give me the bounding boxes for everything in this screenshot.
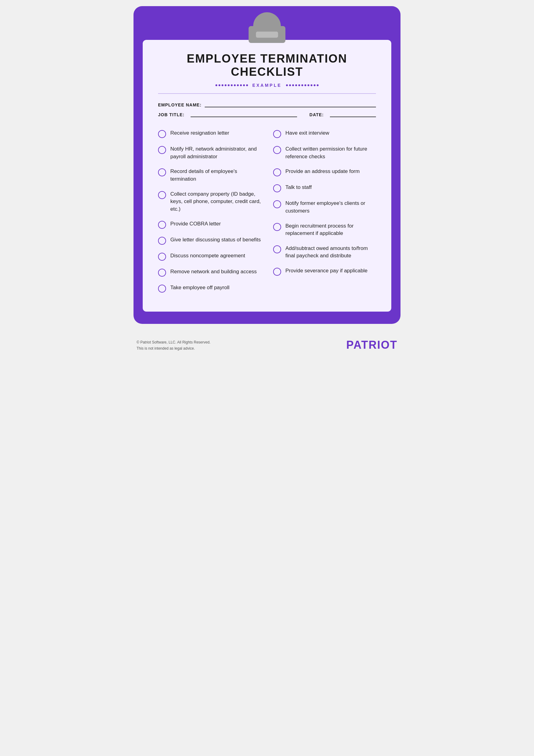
paper: Employee Termination Checklist EXAMPLE [143,40,391,311]
list-item: Take employee off payroll [158,280,261,296]
list-item: Provide severance pay if applicable [273,263,376,280]
list-item: Provide COBRA letter [158,217,261,232]
date-line [330,117,376,117]
clipboard-clip [143,12,391,43]
divider [158,93,376,94]
item-text: Receive resignation letter [170,129,229,137]
checkbox-circle[interactable] [158,237,166,245]
list-item: Begin recruitment process for replacemen… [273,219,376,241]
item-text: Discuss noncompete agreement [170,252,245,260]
list-item: Collect company property (ID badge, keys… [158,187,261,217]
example-row: EXAMPLE [158,83,376,88]
checkbox-circle[interactable] [158,253,166,261]
checkbox-circle[interactable] [273,223,281,231]
list-item: Notify former employee's clients or cust… [273,196,376,218]
checkbox-circle[interactable] [158,146,166,154]
list-item: Collect written permission for future re… [273,142,376,164]
checkbox-circle[interactable] [273,168,281,176]
checkbox-circle[interactable] [273,200,281,208]
footer: © Patriot Software, LLC. All Rights Rese… [133,333,401,353]
list-item: Have exit interview [273,126,376,142]
dots-right [286,84,319,86]
item-text: Begin recruitment process for replacemen… [285,222,376,237]
date-group: Date: [309,112,376,117]
item-text: Have exit interview [285,129,329,137]
form-fields: Employee Name: Job Title: Date: [158,102,376,117]
checkbox-circle[interactable] [273,146,281,154]
checkbox-circle[interactable] [158,191,166,199]
footer-line1: © Patriot Software, LLC. All Rights Rese… [137,339,211,345]
footer-left: © Patriot Software, LLC. All Rights Rese… [137,339,211,352]
item-text: Add/subtract owed amounts to/from final … [285,245,376,260]
checkbox-circle[interactable] [273,245,281,253]
item-text: Take employee off payroll [170,284,229,292]
clipboard: Employee Termination Checklist EXAMPLE [133,6,401,324]
checkbox-circle[interactable] [158,284,166,293]
checklist-grid: Receive resignation letter Notify HR, ne… [158,126,376,296]
item-text: Provide an address update form [285,168,360,176]
item-text: Collect company property (ID badge, keys… [170,190,261,213]
list-item: Notify HR, network administrator, and pa… [158,142,261,164]
item-text: Give letter discussing status of benefit… [170,236,261,244]
list-item: Remove network and building access [158,264,261,280]
footer-line2: This is not intended as legal advice. [137,345,211,351]
job-title-label: Job Title: [158,112,184,117]
checkbox-circle[interactable] [158,269,166,277]
checklist-right-col: Have exit interview Collect written perm… [273,126,376,296]
job-date-row: Job Title: Date: [158,112,376,117]
date-label: Date: [309,112,324,117]
list-item: Receive resignation letter [158,126,261,142]
item-text: Record details of employee's termination [170,168,261,183]
list-item: Discuss noncompete agreement [158,248,261,264]
item-text: Notify former employee's clients or cust… [285,200,376,215]
job-title-line [191,117,297,117]
list-item: Record details of employee's termination [158,164,261,186]
item-text: Notify HR, network administrator, and pa… [170,146,261,160]
item-text: Collect written permission for future re… [285,146,376,160]
employee-name-line [205,107,376,107]
item-text: Provide COBRA letter [170,220,221,228]
checklist-left-col: Receive resignation letter Notify HR, ne… [158,126,261,296]
checkbox-circle[interactable] [158,221,166,229]
page-wrapper: Employee Termination Checklist EXAMPLE [133,6,401,353]
checkbox-circle[interactable] [158,130,166,138]
dots-left [215,84,248,86]
checkbox-circle[interactable] [273,184,281,192]
example-label: EXAMPLE [252,83,282,88]
list-item: Give letter discussing status of benefit… [158,232,261,248]
checkbox-circle[interactable] [273,268,281,276]
list-item: Talk to staff [273,180,376,196]
item-text: Provide severance pay if applicable [285,267,367,275]
item-text: Remove network and building access [170,268,257,276]
page-title: Employee Termination Checklist [158,52,376,78]
employee-name-row: Employee Name: [158,102,376,107]
footer-brand: PATRIOT [346,338,397,351]
checkbox-circle[interactable] [273,130,281,138]
employee-name-label: Employee Name: [158,102,202,107]
job-title-group: Job Title: [158,112,297,117]
list-item: Provide an address update form [273,164,376,180]
checkbox-circle[interactable] [158,168,166,176]
list-item: Add/subtract owed amounts to/from final … [273,241,376,263]
item-text: Talk to staff [285,184,312,191]
